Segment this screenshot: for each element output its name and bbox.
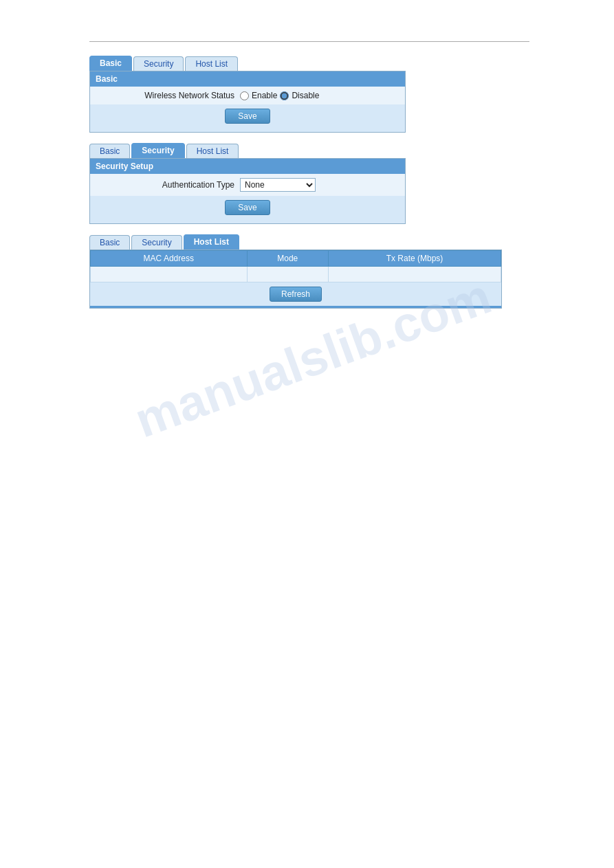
tab-basic-1[interactable]: Basic <box>89 56 132 71</box>
tab-security-3[interactable]: Security <box>131 235 182 249</box>
radio-group-status: Enable Disable <box>240 91 319 100</box>
spacer-1 <box>90 128 405 132</box>
auth-type-row: Authentication Type None WEP WPA-PSK WPA… <box>90 174 405 196</box>
panel2-body: Security Setup Authentication Type None … <box>89 158 406 224</box>
top-border <box>89 41 529 42</box>
save-button-2[interactable]: Save <box>225 200 270 215</box>
tab-row-2: Basic Security Host List <box>89 143 406 158</box>
tab-basic-3[interactable]: Basic <box>89 235 130 249</box>
basic-section-header: Basic <box>90 71 405 87</box>
security-section-header: Security Setup <box>90 159 405 174</box>
save-row-1: Save <box>90 104 405 128</box>
radio-enable-label[interactable]: Enable <box>252 91 277 100</box>
panel1-body: Basic Wireless Network Status Enable Dis… <box>89 71 406 133</box>
auth-type-select[interactable]: None WEP WPA-PSK WPA2-PSK <box>240 178 316 192</box>
panel2: Basic Security Host List Security Setup … <box>89 143 406 224</box>
refresh-row: Refresh <box>90 282 501 306</box>
refresh-button[interactable]: Refresh <box>270 287 322 302</box>
auth-type-label: Authentication Type <box>97 180 234 190</box>
save-row-2: Save <box>90 196 405 219</box>
empty-cell-2 <box>247 267 328 282</box>
auth-type-controls: None WEP WPA-PSK WPA2-PSK <box>240 178 316 192</box>
save-button-1[interactable]: Save <box>225 109 270 124</box>
col-tx-rate: Tx Rate (Mbps) <box>328 251 501 267</box>
tab-security-2[interactable]: Security <box>131 143 184 158</box>
tab-security-1[interactable]: Security <box>133 56 184 71</box>
wireless-status-label: Wireless Network Status <box>97 91 234 100</box>
host-table: MAC Address Mode Tx Rate (Mbps) <box>90 250 501 282</box>
panel3: Basic Security Host List MAC Address Mod… <box>89 234 502 309</box>
tab-hostlist-3[interactable]: Host List <box>184 234 239 249</box>
empty-cell-1 <box>91 267 248 282</box>
panel3-bottom-border <box>90 306 501 308</box>
host-table-empty-row <box>91 267 501 282</box>
tab-basic-2[interactable]: Basic <box>89 144 130 158</box>
panel1: Basic Security Host List Basic Wireless … <box>89 56 406 133</box>
host-table-header-row: MAC Address Mode Tx Rate (Mbps) <box>91 251 501 267</box>
radio-disable-label[interactable]: Disable <box>292 91 319 100</box>
tab-row-3: Basic Security Host List <box>89 234 502 249</box>
tab-hostlist-1[interactable]: Host List <box>185 56 238 71</box>
radio-disable[interactable] <box>280 91 289 100</box>
tab-hostlist-2[interactable]: Host List <box>186 144 239 158</box>
radio-enable[interactable] <box>240 91 249 100</box>
tab-row-1: Basic Security Host List <box>89 56 406 71</box>
wireless-status-controls: Enable Disable <box>240 91 319 100</box>
col-mode: Mode <box>247 251 328 267</box>
wireless-status-row: Wireless Network Status Enable Disable <box>90 87 405 104</box>
spacer-2 <box>90 219 405 223</box>
empty-cell-3 <box>328 267 501 282</box>
panel3-body: MAC Address Mode Tx Rate (Mbps) Refresh <box>89 249 502 309</box>
col-mac-address: MAC Address <box>91 251 248 267</box>
